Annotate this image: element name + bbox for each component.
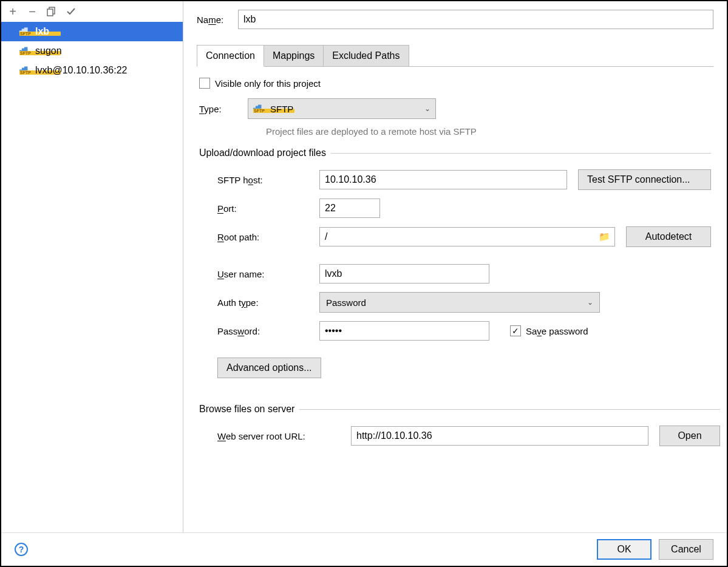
root-path-label: Root path: [217, 232, 319, 242]
sftp-host-label: SFTP host: [217, 175, 319, 185]
server-item-lxb[interactable]: ▂▅▇SFTP lxb [1, 22, 183, 41]
password-label: Password: [217, 326, 319, 336]
sidebar-toolbar: + − [1, 1, 183, 22]
copy-icon[interactable] [46, 6, 57, 17]
sidebar: + − ▂▅▇SFTP lxb ▂▅▇SFTP sugon ▂▅▇SFTP lv… [1, 1, 183, 532]
save-password-label: Save password [526, 326, 588, 336]
sftp-host-input[interactable] [319, 170, 567, 189]
chevron-down-icon: ⌄ [424, 104, 430, 113]
sftp-icon: ▂▅▇SFTP [253, 104, 265, 113]
browse-fieldset: Browse files on server Web server root U… [199, 404, 720, 461]
server-item-label: lxb [35, 26, 49, 37]
type-description: Project files are deployed to a remote h… [199, 126, 711, 137]
sftp-icon: ▂▅▇SFTP [19, 27, 32, 36]
server-item-sugon[interactable]: ▂▅▇SFTP sugon [1, 41, 183, 61]
user-name-input[interactable] [319, 264, 489, 284]
help-icon[interactable]: ? [15, 543, 28, 556]
test-connection-button[interactable]: Test SFTP connection... [578, 169, 711, 190]
remove-icon[interactable]: − [27, 6, 38, 17]
ok-button[interactable]: OK [597, 539, 651, 560]
upload-fieldset: Upload/download project files SFTP host:… [199, 148, 711, 395]
root-path-input[interactable] [319, 227, 615, 246]
port-label: Port: [217, 203, 319, 214]
port-input[interactable] [319, 199, 380, 218]
name-input[interactable] [238, 10, 713, 29]
server-list: ▂▅▇SFTP lxb ▂▅▇SFTP sugon ▂▅▇SFTP lvxb@1… [1, 22, 183, 532]
tab-connection[interactable]: Connection [197, 45, 264, 67]
tab-bar: Connection Mappings Excluded Paths [197, 45, 713, 67]
auth-type-select[interactable]: Password ⌄ [319, 292, 600, 313]
auth-type-value: Password [326, 297, 366, 308]
check-icon[interactable] [66, 6, 77, 17]
name-label: Name: [197, 15, 238, 25]
advanced-options-button[interactable]: Advanced options... [217, 358, 321, 378]
footer: ? OK Cancel [1, 532, 727, 566]
svg-rect-1 [47, 9, 53, 16]
server-item-label: lvxb@10.10.10.36:22 [35, 65, 127, 76]
type-label: Type: [199, 104, 248, 114]
cancel-button[interactable]: Cancel [659, 539, 713, 560]
autodetect-button[interactable]: Autodetect [626, 226, 711, 247]
password-input[interactable] [319, 321, 489, 341]
chevron-down-icon: ⌄ [587, 298, 593, 307]
type-value: SFTP [270, 104, 293, 114]
tab-mappings[interactable]: Mappings [264, 45, 324, 66]
add-icon[interactable]: + [7, 6, 18, 17]
web-url-input[interactable] [351, 426, 648, 446]
server-item-lvxb[interactable]: ▂▅▇SFTP lvxb@10.10.10.36:22 [1, 61, 183, 80]
save-password-checkbox[interactable] [510, 325, 521, 336]
browse-legend: Browse files on server [199, 404, 299, 415]
tab-content: Visible only for this project Type: ▂▅▇S… [197, 67, 713, 469]
web-url-label: Web server root URL: [217, 431, 351, 441]
folder-icon[interactable]: 📁 [599, 231, 610, 242]
upload-legend: Upload/download project files [199, 148, 331, 158]
type-select[interactable]: ▂▅▇SFTP SFTP ⌄ [248, 98, 436, 119]
visible-only-label: Visible only for this project [215, 78, 321, 89]
sftp-icon: ▂▅▇SFTP [19, 66, 32, 75]
auth-type-label: Auth type: [217, 297, 319, 308]
main-panel: Name: Connection Mappings Excluded Paths… [183, 1, 727, 532]
server-item-label: sugon [35, 46, 62, 56]
sftp-icon: ▂▅▇SFTP [19, 47, 32, 55]
tab-excluded[interactable]: Excluded Paths [324, 45, 409, 66]
user-name-label: User name: [217, 269, 319, 279]
open-button[interactable]: Open [659, 426, 720, 446]
visible-only-checkbox[interactable] [199, 78, 210, 89]
